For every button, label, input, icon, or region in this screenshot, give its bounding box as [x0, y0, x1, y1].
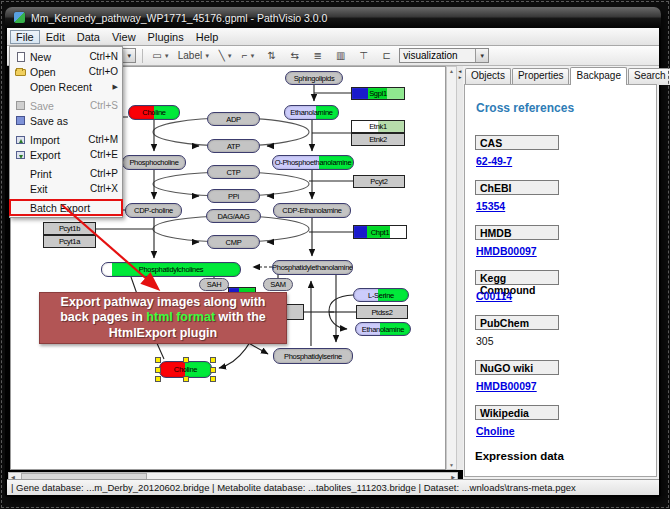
pathway-node-cdp-ethanolamine[interactable]: CDP-Ethanolamine [273, 203, 351, 218]
file-menu-item-exit[interactable]: ExitCtrl+X [10, 181, 122, 196]
menu-item-label: Exit [28, 183, 84, 195]
file-menu-item-import[interactable]: ImportCtrl+M [10, 132, 122, 147]
align-center-x-button[interactable]: ⇅ [261, 47, 282, 65]
annotation-callout: Export pathway images along with back pa… [39, 292, 287, 344]
selection-handle[interactable] [155, 376, 161, 382]
pathway-node-cdp-choline[interactable]: CDP-choline [125, 203, 182, 218]
xref-link[interactable]: Choline [476, 425, 515, 437]
xref-link[interactable]: HMDB00097 [476, 380, 537, 392]
selection-handle[interactable] [210, 376, 216, 382]
chevron-down-icon[interactable]: ▼ [475, 49, 488, 62]
pathway-node-ppi[interactable]: PPi [207, 189, 260, 203]
pathway-node-pcyt1a[interactable]: Pcyt1a [43, 235, 96, 248]
chevron-down-icon[interactable]: ▼ [204, 53, 210, 59]
file-menu-item-save[interactable]: SaveCtrl+S [10, 98, 122, 113]
selection-handle[interactable] [183, 357, 189, 363]
file-menu-item-export[interactable]: ExportCtrl+E [10, 147, 122, 162]
pathway-node-sah[interactable]: SAH [199, 278, 229, 291]
xref-value: 15354 [476, 200, 646, 212]
selection-handle[interactable] [155, 357, 161, 363]
file-menu-item-batch-export[interactable]: Batch Export [10, 200, 122, 215]
new-datanode-button[interactable]: ▭▼ [149, 47, 172, 65]
selection-handle[interactable] [210, 367, 216, 373]
title-bar[interactable]: Mm_Kennedy_pathway_WP1771_45176.gpml - P… [5, 7, 661, 28]
scroll-down-icon[interactable]: ▼ [449, 461, 454, 469]
selection-handle[interactable] [210, 357, 216, 363]
tab-objects[interactable]: Objects [465, 68, 511, 85]
menu-edit[interactable]: Edit [40, 30, 71, 44]
pathway-node-sgpl1[interactable]: Sgpl1 [351, 87, 405, 100]
scroll-up-icon[interactable]: ▲ [449, 67, 454, 75]
pathway-node-etnk2[interactable]: Etnk2 [351, 133, 405, 146]
pathway-node-ctp[interactable]: CTP [207, 165, 260, 179]
stack-vertical-button[interactable]: ≣ [307, 47, 328, 65]
selection-handle[interactable] [183, 376, 189, 382]
pathway-node-sphingolipids[interactable]: Sphingolipids [285, 71, 343, 85]
pathway-node-phosphatidylethanolamine[interactable]: Phosphatidylethanolamine [272, 260, 353, 275]
submenu-arrow-icon: ▶ [113, 83, 118, 91]
pathway-node-phosphatidylcholines[interactable]: Phosphatidylcholines [101, 262, 241, 277]
pathway-node-l-serine[interactable]: L-Serine [353, 288, 409, 302]
pathway-node-pcyt2[interactable]: Pcyt2 [353, 175, 405, 188]
menu-item-label: Save [28, 100, 84, 112]
menu-view[interactable]: View [106, 30, 142, 44]
menu-item-shortcut: Ctrl+P [84, 168, 118, 179]
visualization-combobox[interactable]: visualization ▼ [399, 48, 489, 63]
xref-link[interactable]: 62-49-7 [476, 155, 512, 167]
xref-link[interactable]: HMDB00097 [476, 245, 537, 257]
file-menu-item-save-as[interactable]: Save as [10, 113, 122, 128]
canvas-vertical-scrollbar[interactable]: ▲ ▼ [446, 66, 457, 470]
selection-handle[interactable] [155, 367, 161, 373]
align-top-button[interactable]: ⊤ [353, 47, 374, 65]
menu-file[interactable]: File [10, 30, 40, 44]
chevron-down-icon[interactable]: ▼ [164, 53, 170, 59]
pathway-node-pcyt1b[interactable]: Pcyt1b [43, 222, 96, 235]
pathway-node-ethanolamine[interactable]: Ethanolamine [355, 322, 411, 336]
pathway-node-ptdss2[interactable]: Ptdss2 [356, 305, 408, 319]
xref-link[interactable]: 15354 [476, 200, 505, 212]
collapse-right-icon[interactable]: ▸ [459, 75, 462, 80]
pathway-node-phosphocholine[interactable]: Phosphocholine [122, 155, 186, 170]
file-menu-item-open-recent[interactable]: Open Recent▶ [10, 79, 122, 94]
save-disk-icon [16, 101, 25, 110]
file-menu-item-print[interactable]: PrintCtrl+P [10, 166, 122, 181]
xref-source-name: Wikipedia [475, 405, 559, 420]
menu-item-label: Open [28, 66, 83, 78]
file-menu-item-open[interactable]: OpenCtrl+O [10, 64, 122, 79]
xref-value: 62-49-7 [476, 155, 646, 167]
chevron-down-icon[interactable]: ▼ [227, 53, 233, 59]
pathway-node-ethanolamine[interactable]: Ethanolamine [284, 105, 339, 120]
new-label-button[interactable]: Label▼ [175, 47, 213, 65]
chevron-down-icon[interactable]: ▼ [250, 53, 256, 59]
pathway-node[interactable] [284, 304, 304, 320]
stack-horizontal-button[interactable]: ▥ [330, 47, 351, 65]
chevron-down-icon[interactable]: ▼ [122, 49, 135, 62]
new-page-icon [17, 52, 25, 62]
pathway-node-dag-aag[interactable]: DAG/AAG [206, 209, 261, 223]
pathway-node-choline[interactable]: Choline [128, 105, 180, 120]
pathway-node-o-phosphoethanolamine[interactable]: O-Phosphoethanolamine [272, 155, 354, 170]
tab-backpage[interactable]: Backpage [570, 67, 626, 85]
pathway-node-cmp[interactable]: CMP [207, 235, 260, 249]
pathway-node-chpt1[interactable]: Chpt1 [353, 225, 407, 239]
file-menu-item-new[interactable]: NewCtrl+N [10, 49, 122, 64]
open-folder-icon [15, 69, 26, 76]
menu-help[interactable]: Help [190, 30, 225, 44]
backpage-panel[interactable]: Cross references CAS62-49-7ChEBI15354HMD… [464, 84, 657, 477]
pathway-node-etnk1[interactable]: Etnk1 [351, 120, 405, 133]
new-line-button[interactable]: ╲▼ [215, 47, 236, 65]
pathway-node-sam[interactable]: SAM [263, 278, 293, 291]
pathway-node-atp[interactable]: ATP [207, 139, 260, 153]
scale-common-button[interactable]: ⊏ [376, 47, 397, 65]
new-connector-button[interactable]: ⌐▼ [238, 47, 259, 65]
pathway-node-phosphatidylserine[interactable]: Phosphatidylserine [273, 348, 353, 364]
menu-item-shortcut: Ctrl+N [83, 51, 118, 62]
xref-link[interactable]: C00114 [476, 290, 512, 302]
tab-search[interactable]: Search [628, 68, 670, 85]
menu-item-label: Save as [28, 115, 118, 127]
tab-properties[interactable]: Properties [512, 68, 570, 85]
align-center-y-button[interactable]: ⇆ [284, 47, 305, 65]
menu-plugins[interactable]: Plugins [142, 30, 190, 44]
menu-data[interactable]: Data [71, 30, 106, 44]
pathway-node-adp[interactable]: ADP [207, 112, 260, 126]
